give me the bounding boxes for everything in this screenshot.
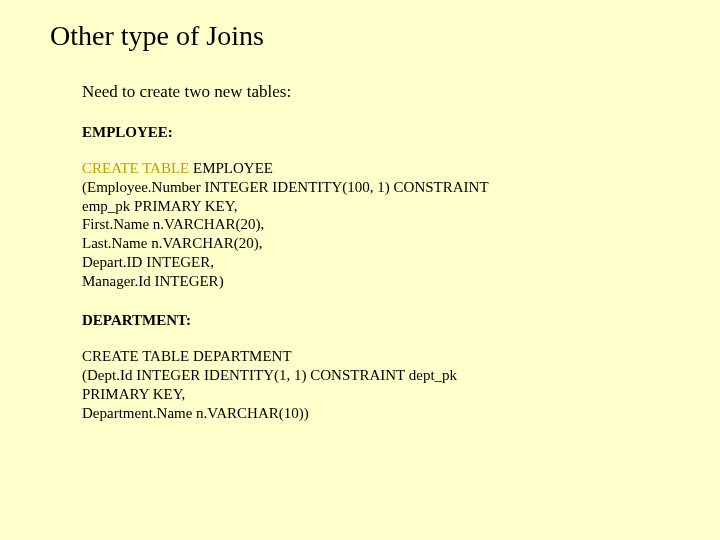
code-text: PRIMARY KEY, — [82, 386, 185, 402]
department-label: DEPARTMENT: — [82, 312, 670, 329]
code-text: Depart.ID INTEGER, — [82, 254, 214, 270]
code-text: First.Name n.VARCHAR(20), — [82, 216, 264, 232]
slide-title: Other type of Joins — [50, 20, 670, 52]
department-code: CREATE TABLE DEPARTMENT (Dept.Id INTEGER… — [82, 347, 670, 422]
slide: Other type of Joins Need to create two n… — [0, 0, 720, 464]
employee-code: CREATE TABLE EMPLOYEE (Employee.Number I… — [82, 159, 670, 290]
code-text: (Dept.Id INTEGER IDENTITY(1, 1) CONSTRAI… — [82, 367, 457, 383]
code-text: CREATE TABLE DEPARTMENT — [82, 348, 292, 364]
create-table-keyword: CREATE TABLE — [82, 160, 189, 176]
code-text: emp_pk PRIMARY KEY, — [82, 198, 237, 214]
intro-text: Need to create two new tables: — [82, 82, 670, 102]
code-text: (Employee.Number INTEGER IDENTITY(100, 1… — [82, 179, 489, 195]
employee-label: EMPLOYEE: — [82, 124, 670, 141]
code-text: Manager.Id INTEGER) — [82, 273, 224, 289]
code-text: EMPLOYEE — [189, 160, 273, 176]
code-text: Last.Name n.VARCHAR(20), — [82, 235, 263, 251]
code-text: Department.Name n.VARCHAR(10)) — [82, 405, 309, 421]
